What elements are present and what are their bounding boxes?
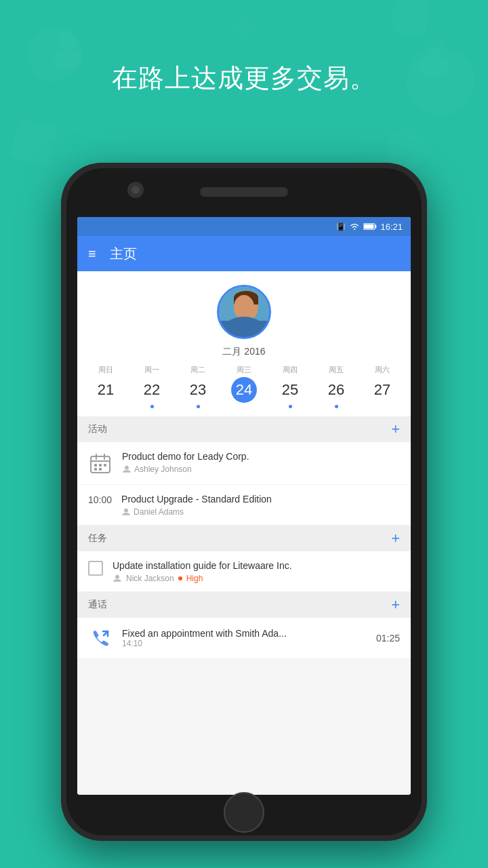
svg-rect-14 — [219, 321, 269, 337]
tasks-title: 任务 — [88, 532, 107, 545]
status-bar: 📳 16:21 — [77, 217, 411, 236]
person-name-1: Daniel Adams — [134, 507, 184, 517]
phone-shell: 📳 16:21 — [61, 163, 427, 841]
call-item-0[interactable]: Fixed an appointment with Smith Ada... 1… — [77, 618, 411, 659]
priority-dot-0 — [178, 576, 182, 580]
calls-title: 通话 — [88, 599, 107, 611]
person-icon-0 — [122, 465, 131, 474]
cal-day-wed[interactable]: 周三 24 — [226, 365, 262, 408]
activity-item-1[interactable]: 10:00 Product Upgrade - Standard Edition… — [77, 485, 411, 526]
phone-speaker — [200, 187, 288, 197]
activity-person-1: Daniel Adams — [121, 507, 400, 517]
cal-day-sat[interactable]: 周六 27 — [365, 365, 400, 408]
cal-day-name-4: 周四 — [283, 365, 298, 375]
phone-screen: 📳 16:21 — [77, 217, 411, 795]
cal-day-num-6[interactable]: 27 — [369, 377, 395, 403]
cal-day-num-0[interactable]: 21 — [93, 377, 119, 403]
task-meta-0: Nick Jackson High — [113, 574, 400, 583]
wifi-icon — [349, 222, 360, 231]
calendar-icon — [88, 452, 113, 476]
menu-icon[interactable]: ≡ — [88, 246, 96, 262]
status-time: 16:21 — [380, 222, 403, 232]
activities-add-button[interactable]: + — [391, 422, 400, 437]
cal-day-name-0: 周日 — [98, 365, 113, 375]
svg-point-20 — [241, 305, 244, 309]
cal-day-name-1: 周一 — [144, 365, 159, 375]
svg-rect-27 — [99, 464, 102, 467]
cal-day-num-5[interactable]: 26 — [323, 377, 349, 403]
phone-camera — [127, 182, 144, 198]
person-icon-1 — [121, 507, 131, 517]
call-time-left-0: 14:10 — [122, 639, 367, 648]
cal-day-fri[interactable]: 周五 26 — [319, 365, 354, 408]
scroll-content[interactable]: 二月 2016 周日 21 周一 22 — [77, 271, 411, 795]
cal-day-name-5: 周五 — [329, 365, 344, 375]
battery-icon — [363, 222, 377, 231]
avatar — [217, 285, 271, 339]
svg-point-21 — [249, 305, 252, 309]
activity-time-label: 10:00 — [88, 494, 112, 505]
priority-label-0: High — [186, 574, 203, 583]
svg-rect-12 — [365, 224, 374, 229]
cal-day-name-3: 周三 — [237, 365, 251, 375]
svg-rect-28 — [104, 464, 106, 467]
call-duration-0: 01:25 — [376, 633, 400, 644]
phone-inner: 📳 16:21 — [66, 168, 422, 835]
cal-day-num-4[interactable]: 25 — [277, 377, 303, 403]
cal-day-thu[interactable]: 周四 25 — [272, 365, 308, 408]
home-button[interactable] — [224, 792, 264, 833]
cal-day-mon[interactable]: 周一 22 — [134, 365, 169, 408]
top-tagline: 在路上达成更多交易。 — [0, 61, 488, 96]
task-content-0: Update installation guide for Litewaare … — [113, 559, 400, 583]
tasks-section-header: 任务 + — [77, 526, 411, 551]
calendar-row: 周日 21 周一 22 周二 23 — [77, 362, 411, 416]
cal-day-num-1[interactable]: 22 — [139, 377, 165, 403]
tasks-add-button[interactable]: + — [391, 531, 400, 546]
activity-title-1: Product Upgrade - Standard Edition — [121, 493, 400, 505]
month-label: 二月 2016 — [222, 346, 265, 358]
svg-rect-29 — [94, 468, 97, 471]
svg-rect-19 — [232, 325, 260, 337]
svg-point-32 — [124, 509, 128, 513]
activity-title-0: Product demo for Leady Corp. — [122, 450, 400, 462]
svg-point-31 — [125, 466, 129, 470]
activity-item-0[interactable]: Product demo for Leady Corp. Ashley John… — [77, 442, 411, 485]
activity-content-0: Product demo for Leady Corp. Ashley John… — [122, 450, 400, 474]
cal-day-num-2[interactable]: 23 — [185, 377, 211, 403]
calls-section-header: 通话 + — [77, 592, 411, 618]
call-content-0: Fixed an appointment with Smith Ada... 1… — [122, 628, 367, 648]
activities-title: 活动 — [88, 423, 107, 435]
cal-dot-2 — [197, 405, 200, 408]
cal-day-name-2: 周二 — [190, 365, 205, 375]
app-title: 主页 — [110, 245, 137, 263]
activity-content-1: Product Upgrade - Standard Edition Danie… — [121, 493, 400, 517]
cal-dot-3 — [243, 405, 246, 408]
cal-day-tue[interactable]: 周二 23 — [180, 365, 216, 408]
calls-add-button[interactable]: + — [391, 597, 400, 612]
task-person-name-0: Nick Jackson — [126, 574, 174, 583]
activity-person-0: Ashley Johnson — [122, 465, 400, 474]
cal-dot-1 — [150, 405, 154, 408]
svg-rect-26 — [94, 464, 97, 467]
svg-point-18 — [231, 321, 261, 337]
person-name-0: Ashley Johnson — [134, 465, 192, 474]
task-title-0: Update installation guide for Litewaare … — [113, 559, 400, 572]
cal-day-num-3[interactable]: 24 — [231, 377, 257, 403]
svg-rect-11 — [375, 225, 377, 228]
cal-dot-5 — [335, 405, 338, 408]
vibrate-icon: 📳 — [336, 222, 346, 231]
profile-section: 二月 2016 周日 21 周一 22 — [77, 271, 411, 416]
call-title-0: Fixed an appointment with Smith Ada... — [122, 628, 367, 639]
svg-rect-13 — [219, 287, 269, 337]
status-icons: 📳 16:21 — [336, 222, 403, 232]
task-checkbox-0[interactable] — [88, 561, 103, 576]
cal-day-name-6: 周六 — [375, 365, 390, 375]
task-item-0[interactable]: Update installation guide for Litewaare … — [77, 551, 411, 592]
svg-point-33 — [115, 575, 119, 579]
task-person-icon-0 — [113, 574, 122, 583]
cal-day-sun[interactable]: 周日 21 — [88, 365, 123, 408]
call-icon-0 — [88, 626, 113, 650]
activities-section-header: 活动 + — [77, 416, 411, 442]
svg-rect-30 — [99, 468, 102, 471]
cal-dot-4 — [289, 405, 292, 408]
